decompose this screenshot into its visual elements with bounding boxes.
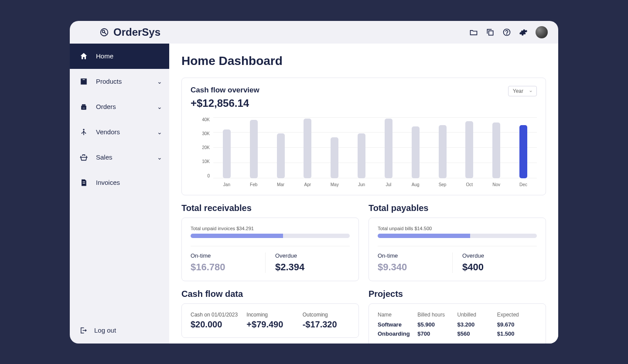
page-title: Home Dashboard (181, 54, 546, 68)
cash-label: Outcoming (303, 312, 350, 318)
bar-label: Oct (466, 182, 473, 187)
bar[interactable] (358, 133, 365, 178)
bar-label: Apr (304, 182, 311, 187)
bar[interactable] (412, 126, 420, 178)
app-window: OrderSys HomeProducts⌄Orders⌄Vendors⌄Sal… (70, 21, 558, 344)
bar-label: Nov (492, 182, 500, 187)
cash-label: Cash on 01/01/2023 (191, 312, 238, 318)
vendors-icon (79, 128, 88, 136)
bar-label: Jun (358, 182, 365, 187)
payables-progress (378, 234, 537, 238)
bar[interactable] (223, 129, 231, 178)
svg-rect-3 (489, 31, 493, 35)
bar-aug: Aug (402, 126, 429, 178)
bar-jul: Jul (375, 119, 402, 178)
receivables-subtitle: Total unpaid invoices $34.291 (191, 226, 350, 231)
receivables-card: Total unpaid invoices $34.291 On-time $1… (181, 218, 359, 281)
chart-area: 40K30K20K10K0 JanFebMarAprMayJunJulAugSe… (191, 117, 537, 187)
sidebar-item-vendors[interactable]: Vendors⌄ (70, 119, 169, 145)
y-tick: 40K (202, 117, 210, 122)
logout-button[interactable]: Log out (70, 317, 169, 344)
bar-label: Sep (439, 182, 447, 187)
bar-sep: Sep (429, 125, 456, 178)
bar-label: Feb (250, 182, 257, 187)
bar[interactable] (519, 125, 527, 178)
svg-point-10 (83, 129, 84, 130)
cash-value: +$79.490 (246, 320, 294, 330)
sales-icon (79, 153, 88, 162)
cash-item: Outcoming-$17.320 (303, 312, 350, 330)
bar[interactable] (465, 121, 473, 178)
chevron-down-icon: ⌄ (157, 78, 162, 85)
svg-rect-6 (83, 79, 85, 80)
sidebar-item-sales[interactable]: Sales⌄ (70, 145, 169, 170)
projects-card: NameBilled hoursUnbilledExpected Softwar… (369, 303, 546, 344)
receivables-overdue-label: Overdue (275, 252, 350, 259)
bar[interactable] (385, 119, 392, 178)
bar-label: Aug (412, 182, 420, 187)
bar[interactable] (250, 120, 258, 178)
nav-label: Sales (96, 153, 113, 161)
receivables-progress (191, 234, 350, 238)
bar[interactable] (492, 122, 500, 178)
bar-label: May (331, 182, 339, 187)
y-axis: 40K30K20K10K0 (191, 117, 210, 187)
project-row: Software$5.900$3.200$9.670 (378, 321, 537, 328)
nav-list: HomeProducts⌄Orders⌄Vendors⌄Sales⌄Invoic… (70, 44, 169, 317)
orders-icon (79, 102, 88, 111)
bar[interactable] (304, 119, 311, 178)
bar[interactable] (439, 125, 447, 178)
body: HomeProducts⌄Orders⌄Vendors⌄Sales⌄Invoic… (70, 44, 558, 344)
cashdata-card: Cash on 01/01/2023$20.000Incoming+$79.49… (181, 303, 359, 338)
bar-label: Dec (519, 182, 527, 187)
bar[interactable] (277, 133, 285, 178)
copy-icon[interactable] (486, 28, 495, 37)
sidebar-item-invoices[interactable]: Invoices (70, 170, 169, 195)
folder-icon[interactable] (469, 28, 478, 37)
bar-dec: Dec (510, 125, 537, 178)
gear-icon[interactable] (519, 28, 528, 37)
sidebar-item-products[interactable]: Products⌄ (70, 69, 169, 94)
cash-item: Incoming+$79.490 (246, 312, 294, 330)
receivables-overdue-value: $2.394 (275, 262, 350, 273)
nav-label: Home (96, 52, 113, 60)
help-icon[interactable] (502, 28, 511, 37)
period-select[interactable]: Year (508, 86, 537, 96)
payables-subtitle: Total unpaid bills $14.500 (378, 226, 537, 231)
cashflow-card: Cash flow overview +$12,856.14 Year 40K3… (181, 78, 546, 195)
projects-table: NameBilled hoursUnbilledExpected Softwar… (378, 312, 537, 337)
bar-mar: Mar (267, 133, 294, 178)
receivables-ontime-label: On-time (191, 252, 265, 259)
nav-label: Vendors (96, 128, 120, 136)
payables-ontime-value: $9.340 (378, 262, 452, 273)
y-tick: 20K (202, 145, 210, 150)
bar[interactable] (331, 137, 338, 178)
nav-label: Orders (96, 103, 116, 110)
payables-title: Total payables (369, 203, 546, 213)
nav-label: Invoices (96, 179, 120, 186)
sidebar-item-orders[interactable]: Orders⌄ (70, 94, 169, 119)
y-tick: 10K (202, 159, 210, 164)
brand-name: OrderSys (113, 26, 160, 38)
cash-value: -$17.320 (303, 320, 350, 330)
main: Home Dashboard Cash flow overview +$12,8… (169, 44, 558, 344)
project-col-header: Billed hours (417, 312, 457, 318)
bars: JanFebMarAprMayJunJulAugSepOctNovDec (213, 117, 537, 187)
bar-nov: Nov (483, 122, 510, 178)
project-col-header: Expected (497, 312, 537, 318)
project-col-header: Unbilled (457, 312, 497, 318)
avatar[interactable] (536, 26, 548, 38)
receivables-payables-row: Total receivables Total unpaid invoices … (181, 203, 546, 289)
chevron-down-icon: ⌄ (157, 103, 162, 110)
sidebar-item-home[interactable]: Home (70, 44, 169, 69)
nav-label: Products (96, 78, 122, 85)
bar-label: Jul (386, 182, 391, 187)
cash-label: Incoming (246, 312, 294, 318)
bar-label: Mar (277, 182, 284, 187)
svg-rect-9 (83, 108, 85, 108)
bar-jun: Jun (348, 133, 375, 178)
svg-line-2 (104, 32, 106, 34)
chart-title: Cash flow overview (191, 86, 259, 95)
svg-rect-12 (83, 183, 85, 183)
bar-feb: Feb (240, 120, 267, 178)
